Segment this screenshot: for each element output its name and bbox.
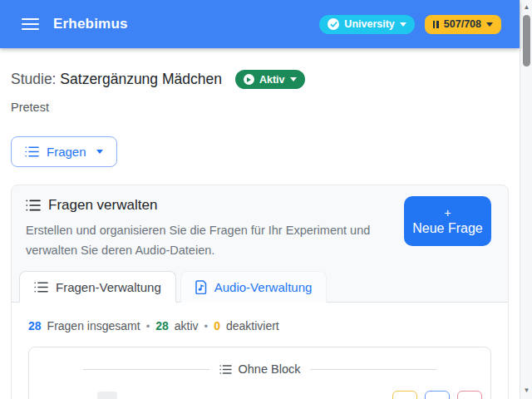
questions-card: Fragen verwalten Erstellen und organisie… bbox=[11, 185, 509, 399]
new-question-label: Neue Frage bbox=[412, 221, 483, 236]
audio-question-button[interactable] bbox=[425, 391, 450, 399]
tab-label: Fragen-Verwaltung bbox=[56, 280, 161, 294]
stat-separator: • bbox=[204, 320, 209, 332]
delete-question-button[interactable] bbox=[457, 391, 482, 399]
stat-inactive-label: deaktiviert bbox=[226, 319, 279, 332]
tab-label: Audio-Verwaltung bbox=[214, 280, 313, 294]
study-subtitle: Pretest bbox=[11, 101, 509, 114]
block-divider: Ohne Block bbox=[29, 362, 490, 376]
scrollbar-thumb[interactable] bbox=[523, 15, 530, 66]
scroll-down-arrow-icon[interactable]: ▼ bbox=[520, 387, 532, 395]
counter-badge-label: 507/708 bbox=[444, 18, 481, 30]
tab-content: 28 Fragen insgesamt • 28 aktiv • 0 deakt… bbox=[12, 303, 508, 399]
app-brand: Erhebimus bbox=[53, 16, 128, 32]
block-title: Ohne Block bbox=[239, 362, 301, 376]
tab-fragen-verwaltung[interactable]: Fragen-Verwaltung bbox=[19, 271, 176, 303]
tab-strip: Fragen-Verwaltung Audio-Verwaltung bbox=[12, 271, 508, 303]
tab-audio-verwaltung[interactable]: Audio-Verwaltung bbox=[180, 271, 328, 303]
list-icon bbox=[26, 199, 41, 212]
new-question-button[interactable]: + Neue Frage bbox=[404, 196, 491, 246]
chevron-down-icon bbox=[96, 150, 103, 154]
main-content: Studie: Satzergänzung Mädchen Aktiv Pret… bbox=[0, 70, 520, 399]
list-icon bbox=[25, 145, 39, 158]
plus-icon: + bbox=[444, 207, 451, 219]
stat-total-label: Fragen insgesamt bbox=[47, 319, 140, 332]
section-nav-dropdown-button[interactable]: Fragen bbox=[11, 136, 117, 167]
card-description: Erstellen und organisieren Sie die Frage… bbox=[26, 220, 406, 260]
stat-separator: • bbox=[146, 320, 150, 332]
stat-total-count: 28 bbox=[28, 319, 42, 332]
questions-stats: 28 Fragen insgesamt • 28 aktiv • 0 deakt… bbox=[28, 319, 491, 332]
study-status-dropdown-badge[interactable]: Aktiv bbox=[235, 70, 305, 89]
chevron-down-icon bbox=[290, 77, 297, 81]
stat-inactive-count: 0 bbox=[214, 319, 220, 332]
chevron-down-icon bbox=[486, 22, 493, 27]
section-nav-label: Fragen bbox=[47, 145, 86, 159]
music-file-icon bbox=[195, 280, 207, 294]
drag-handle[interactable] bbox=[97, 392, 117, 399]
chevron-down-icon bbox=[400, 22, 406, 27]
play-circle-icon bbox=[244, 74, 254, 85]
university-badge-label: University bbox=[344, 18, 394, 30]
app-window: Erhebimus University 507/708 Studie: Sat… bbox=[0, 0, 520, 399]
list-icon bbox=[219, 364, 232, 375]
scroll-up-arrow-icon[interactable]: ▲ bbox=[520, 3, 532, 12]
stat-active-count: 28 bbox=[155, 319, 169, 332]
status-badge-label: Aktiv bbox=[259, 74, 285, 86]
block-group-card: Ohne Block bbox=[28, 347, 491, 399]
card-title: Fragen verwalten bbox=[48, 197, 157, 214]
vertical-scrollbar[interactable]: ▲ ▼ bbox=[520, 0, 532, 399]
session-counter-dropdown-badge[interactable]: 507/708 bbox=[425, 15, 501, 34]
university-dropdown-badge[interactable]: University bbox=[319, 15, 414, 34]
study-label: Studie: bbox=[11, 71, 56, 87]
page-title: Studie: Satzergänzung Mädchen bbox=[11, 71, 222, 88]
check-circle-icon bbox=[328, 18, 339, 30]
hamburger-menu-icon[interactable] bbox=[22, 18, 39, 31]
study-title: Satzergänzung Mädchen bbox=[60, 71, 222, 87]
list-icon bbox=[34, 281, 48, 293]
pause-icon bbox=[433, 21, 439, 28]
top-navbar: Erhebimus University 507/708 bbox=[0, 0, 520, 48]
edit-question-button[interactable] bbox=[392, 391, 417, 399]
stat-active-label: aktiv bbox=[175, 319, 199, 332]
